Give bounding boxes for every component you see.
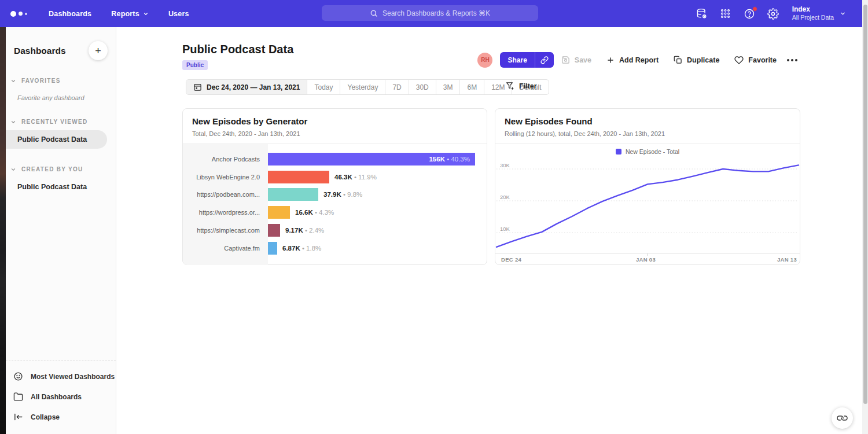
project-name: Index [792, 5, 834, 14]
sidebar-section-label: FAVORITES [21, 78, 61, 84]
chevron-down-icon [10, 167, 16, 172]
search-input[interactable]: Search Dashboards & Reports ⌘K [322, 5, 538, 21]
bar-value-label: 6.87K • 1.8% [282, 242, 321, 255]
sidebar-footer-label: Most Viewed Dashboards [31, 373, 115, 381]
share-button[interactable]: Share [500, 52, 534, 68]
duplicate-button[interactable]: Duplicate [674, 56, 719, 64]
sidebar-item-public-podcast-data[interactable]: Public Podcast Data [6, 130, 107, 149]
bar-chart-header[interactable]: New Episodes by Generator Total, Dec 24t… [183, 109, 487, 144]
bar-category-label: Anchor Podcasts [183, 153, 260, 165]
sidebar-footer-label: Collapse [31, 413, 60, 421]
sidebar-footer: Most Viewed DashboardsAll DashboardsColl… [6, 360, 116, 434]
sidebar-title: Dashboards [14, 46, 66, 56]
nav-item-label: Dashboards [49, 10, 91, 18]
nav-items: DashboardsReportsUsers [49, 10, 189, 18]
line-chart-header[interactable]: New Episodes Found Rolling (12 hours), t… [495, 109, 800, 144]
table-row: Captivate.fm6.87K • 1.8% [183, 242, 487, 255]
table-row: Anchor Podcasts156K • 40.3% [183, 153, 487, 165]
bar-value-label: 16.6K • 4.3% [295, 206, 334, 219]
help-icon[interactable] [744, 8, 755, 20]
sidebar-footer-label: All Dashboards [31, 393, 82, 401]
bar-segment[interactable] [268, 242, 277, 255]
settings-gear-icon[interactable] [767, 8, 779, 20]
bar-category-label: https://wordpress.or... [183, 206, 260, 219]
chevron-down-icon [143, 11, 149, 17]
avatar[interactable]: RH [477, 53, 492, 68]
sidebar-footer-most-viewed-dashboards[interactable]: Most Viewed Dashboards [6, 366, 116, 387]
bar-segment[interactable] [268, 224, 280, 237]
bar-segment[interactable] [268, 206, 290, 219]
sidebar-section-favorites[interactable]: FAVORITES [6, 78, 116, 84]
project-switcher[interactable]: Index All Project Data [792, 5, 846, 21]
bar-value-label: 46.3K • 11.9% [334, 171, 377, 183]
sidebar-footer-collapse[interactable]: Collapse [6, 407, 116, 427]
chevron-down-icon [10, 119, 16, 125]
table-row: https://wordpress.or...16.6K • 4.3% [183, 206, 487, 219]
date-option-yesterday[interactable]: Yesterday [340, 80, 385, 94]
sidebar-footer-all-dashboards[interactable]: All Dashboards [6, 387, 116, 407]
line-chart-body: New Episode - Total 30K20K10KDEC 24JAN 0… [495, 144, 800, 265]
favorite-button[interactable]: Favorite [734, 56, 777, 65]
calendar-icon [193, 83, 202, 91]
page-title: Public Podcast Data [182, 43, 293, 56]
filter-button[interactable]: Filter [505, 82, 537, 90]
line-chart-plot[interactable] [495, 144, 800, 265]
date-option-7d[interactable]: 7D [385, 80, 408, 94]
date-option-6m[interactable]: 6M [459, 80, 484, 94]
bar-segment[interactable] [268, 171, 329, 183]
nav-item-reports[interactable]: Reports [111, 10, 149, 18]
top-nav: DashboardsReportsUsers Search Dashboards… [0, 0, 862, 27]
project-subtitle: All Project Data [792, 14, 834, 21]
save-button[interactable]: Save [561, 56, 591, 64]
nav-item-dashboards[interactable]: Dashboards [49, 10, 91, 18]
bar-category-label: Captivate.fm [183, 242, 260, 255]
chevron-down-icon [840, 10, 846, 17]
data-management-icon[interactable] [696, 8, 708, 20]
sidebar-section-created-by-you[interactable]: CREATED BY YOU [6, 166, 116, 172]
add-dashboard-button[interactable]: + [89, 41, 108, 60]
bar-value-label: 37.9K • 9.8% [323, 188, 362, 201]
sidebar-section-recently-viewed[interactable]: RECENTLY VIEWED [6, 119, 116, 125]
folder-icon [13, 392, 23, 402]
background-window-strip [0, 27, 6, 434]
heart-icon [734, 56, 744, 65]
apps-grid-icon[interactable] [720, 8, 731, 20]
app-root: DashboardsReportsUsers Search Dashboards… [0, 0, 868, 434]
sidebar-empty-text: Favorite any dashboard [6, 84, 116, 101]
add-report-button[interactable]: Add Report [606, 56, 659, 64]
date-option-30d[interactable]: 30D [409, 80, 436, 94]
bar-segment[interactable] [268, 188, 318, 201]
table-row: https://podbean.com...37.9K • 9.8% [183, 188, 487, 201]
nav-right: Index All Project Data [696, 0, 846, 27]
search-placeholder: Search Dashboards & Reports ⌘K [382, 9, 490, 17]
nav-item-users[interactable]: Users [168, 10, 189, 18]
date-option-today[interactable]: Today [307, 80, 340, 94]
bar-value-label: 156K • 40.3% [429, 153, 470, 165]
page-scrollbar[interactable] [862, 0, 868, 434]
nav-item-label: Users [168, 10, 189, 18]
line-chart-subtitle: Rolling (12 hours), total, Dec 24th, 202… [505, 130, 790, 137]
date-range-selected[interactable]: Dec 24, 2020 — Jan 13, 2021 [186, 80, 307, 94]
search-icon [370, 9, 378, 17]
y-axis-tick-label: 30K [500, 162, 510, 168]
y-axis-tick-label: 10K [500, 226, 510, 232]
bar-chart-title: New Episodes by Generator [192, 116, 477, 126]
more-options-button[interactable] [785, 57, 800, 64]
floating-link-button[interactable] [832, 407, 853, 429]
notification-badge [752, 6, 757, 12]
line-series[interactable] [496, 165, 799, 247]
sidebar-item-public-podcast-data[interactable]: Public Podcast Data [6, 178, 116, 196]
x-axis-tick-label: JAN 03 [636, 256, 656, 263]
plus-icon [606, 56, 615, 64]
scrollbar-thumb[interactable] [863, 5, 867, 404]
bar-chart-card: New Episodes by Generator Total, Dec 24t… [182, 108, 487, 265]
collapse-icon [13, 412, 23, 422]
x-axis-tick-label: DEC 24 [501, 256, 521, 263]
mixpanel-logo-icon[interactable] [10, 11, 34, 17]
sidebar-section-label: CREATED BY YOU [21, 166, 83, 172]
date-option-3m[interactable]: 3M [436, 80, 460, 94]
copy-icon [674, 56, 682, 64]
bar-category-label: https://podbean.com... [183, 188, 260, 201]
bar-category-label: https://simplecast.com [183, 224, 260, 237]
share-link-button[interactable] [535, 52, 554, 68]
